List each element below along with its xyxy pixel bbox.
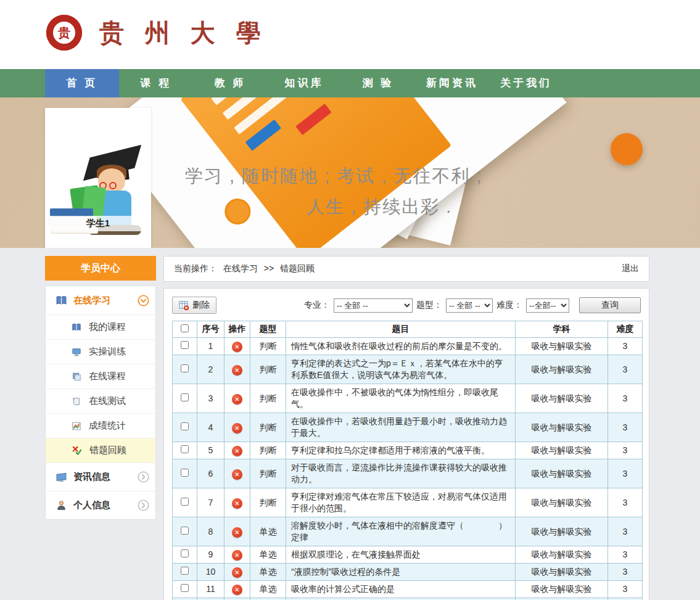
question-text: 根据双膜理论，在气液接触界面处 xyxy=(286,546,516,564)
nav-item[interactable]: 测 验 xyxy=(341,69,415,97)
chevron-right-circle-icon[interactable] xyxy=(138,471,149,483)
logout-link[interactable]: 退出 xyxy=(622,263,639,274)
major-select[interactable]: -- 全部 -- xyxy=(334,298,413,313)
nav-item[interactable]: 知识库 xyxy=(267,69,341,97)
sidebar: 学员中心 在线学习 我的课程 实操训练 在线课程 xyxy=(45,256,156,520)
sidebar-item-label: 实操训练 xyxy=(89,346,126,358)
row-number: 3 xyxy=(197,384,224,413)
question-type-select[interactable]: -- 全部 -- xyxy=(446,298,493,313)
row-number: 10 xyxy=(197,564,224,581)
row-checkbox[interactable] xyxy=(181,549,189,557)
page: 贵 贵 州 大 學 首 页 课 程 教 师 知识库 测 验 新闻资讯 关于我们 xyxy=(0,0,700,600)
row-checkbox[interactable] xyxy=(181,567,189,575)
delete-row-icon[interactable] xyxy=(232,567,242,578)
row-checkbox[interactable] xyxy=(181,364,189,372)
delete-row-icon[interactable] xyxy=(232,585,242,595)
sidebar-item-online-learning[interactable]: 在线学习 xyxy=(46,286,155,314)
filter-major-label: 专业： xyxy=(304,300,330,311)
breadcrumb-prefix: 当前操作： xyxy=(174,263,217,273)
sidebar-item-wrong-question-review[interactable]: 错题回顾 xyxy=(46,438,155,462)
row-checkbox[interactable] xyxy=(181,498,189,506)
delete-row-icon[interactable] xyxy=(232,469,242,480)
table-row: 7 判断 亨利定律对难溶气体在常压下较适应，对易溶气体仅适用于很小的范围。 吸收… xyxy=(173,488,643,517)
question-subject: 吸收与解吸实验 xyxy=(516,564,608,581)
question-subject: 吸收与解吸实验 xyxy=(516,598,608,600)
nav-item[interactable]: 教 师 xyxy=(193,69,267,97)
nav-item[interactable]: 首 页 xyxy=(45,69,119,97)
question-difficulty: 3 xyxy=(608,546,643,564)
breadcrumb: 当前操作： 在线学习 >> 错题回顾 退出 xyxy=(163,256,649,282)
row-number: 7 xyxy=(197,488,224,517)
delete-row-icon[interactable] xyxy=(232,527,242,538)
row-checkbox[interactable] xyxy=(181,469,189,477)
question-subject: 吸收与解吸实验 xyxy=(516,581,608,598)
sidebar-item-label: 在线学习 xyxy=(73,295,138,306)
select-all-checkbox[interactable] xyxy=(181,324,189,332)
main-nav: 首 页 课 程 教 师 知识库 测 验 新闻资讯 关于我们 xyxy=(0,69,700,97)
question-type: 判断 xyxy=(250,442,286,459)
nav-item[interactable]: 课 程 xyxy=(119,69,193,97)
sidebar-item-label: 个人信息 xyxy=(73,499,138,511)
book-icon xyxy=(72,323,81,332)
question-type: 判断 xyxy=(250,384,286,413)
chart-icon xyxy=(72,421,81,431)
nav-item[interactable]: 新闻资讯 xyxy=(415,69,489,97)
row-checkbox[interactable] xyxy=(181,393,189,401)
chevron-right-circle-icon[interactable] xyxy=(138,499,149,511)
table-row: 5 判断 亨利定律和拉乌尔定律都适用于稀溶液的气液平衡。 吸收与解吸实验 3 xyxy=(173,442,643,459)
question-text: 惰性气体和吸收剂在吸收过程的前后的摩尔量是不变的。 xyxy=(286,338,516,355)
seal-character: 贵 xyxy=(53,22,75,44)
delete-button[interactable]: 删除 xyxy=(172,297,216,314)
table-row: 1 判断 惰性气体和吸收剂在吸收过程的前后的摩尔量是不变的。 吸收与解吸实验 3 xyxy=(173,338,643,355)
sidebar-item-personal-info[interactable]: 个人信息 xyxy=(46,491,155,519)
sidebar-item-news-info[interactable]: 资讯信息 xyxy=(46,462,155,491)
sidebar-item-online-test[interactable]: 在线测试 xyxy=(46,388,155,413)
monitor-icon xyxy=(72,347,81,357)
question-difficulty: 3 xyxy=(608,355,643,384)
col-header-difficulty: 难度 xyxy=(608,321,643,338)
question-text: 亨利定律和拉乌尔定律都适用于稀溶液的气液平衡。 xyxy=(286,442,516,459)
question-difficulty: 3 xyxy=(608,517,643,546)
sidebar-item-score-statistics[interactable]: 成绩统计 xyxy=(46,413,155,438)
delete-row-icon[interactable] xyxy=(232,365,242,376)
university-name: 贵 州 大 學 xyxy=(99,16,267,50)
delete-row-icon[interactable] xyxy=(232,394,242,405)
delete-row-icon[interactable] xyxy=(232,550,242,561)
question-type: 判断 xyxy=(250,413,286,442)
delete-row-icon[interactable] xyxy=(232,423,242,434)
col-header-type: 题型 xyxy=(250,321,286,338)
delete-row-icon[interactable] xyxy=(232,498,242,509)
question-subject: 吸收与解吸实验 xyxy=(516,488,608,517)
question-difficulty: 3 xyxy=(608,488,643,517)
university-logo[interactable]: 贵 贵 州 大 學 xyxy=(46,15,267,51)
search-button[interactable]: 查询 xyxy=(579,297,641,313)
row-checkbox[interactable] xyxy=(181,584,189,592)
delete-row-icon[interactable] xyxy=(232,446,242,456)
breadcrumb-section[interactable]: 在线学习 xyxy=(223,263,258,273)
delete-row-icon[interactable] xyxy=(232,342,242,352)
question-text: 亨利定律对难溶气体在常压下较适应，对易溶气体仅适用于很小的范围。 xyxy=(286,488,516,517)
table-row: 6 判断 对于吸收而言，逆流操作比并流操作课获得较大的吸收推动力。 吸收与解吸实… xyxy=(173,459,643,488)
table-row: 2 判断 亨利定律的表达式之一为p＝Ｅｘ，若某气体在水中的亨利系数E值很大，说明… xyxy=(173,355,643,384)
student-card: 学生1 xyxy=(45,108,151,248)
row-checkbox[interactable] xyxy=(181,445,189,453)
table-row: 9 单选 根据双膜理论，在气液接触界面处 吸收与解吸实验 3 xyxy=(173,546,643,564)
table-header-row: 序号 操作 题型 题目 学科 难度 xyxy=(173,321,643,338)
row-checkbox[interactable] xyxy=(181,527,189,535)
nav-item[interactable]: 关于我们 xyxy=(489,69,563,97)
question-difficulty: 3 xyxy=(608,413,643,442)
sidebar-item-practice-training[interactable]: 实操训练 xyxy=(46,339,155,364)
row-checkbox[interactable] xyxy=(181,341,189,349)
difficulty-select[interactable]: --全部-- xyxy=(526,298,569,313)
sidebar-item-online-course[interactable]: 在线课程 xyxy=(46,364,155,388)
question-subject: 吸收与解吸实验 xyxy=(516,517,608,546)
question-type: 判断 xyxy=(250,355,286,384)
question-subject: 吸收与解吸实验 xyxy=(516,546,608,564)
row-checkbox[interactable] xyxy=(181,422,189,430)
question-type: 判断 xyxy=(250,459,286,488)
main-content: 当前操作： 在线学习 >> 错题回顾 退出 删除 专业： xyxy=(163,256,649,600)
chevron-down-circle-icon[interactable] xyxy=(138,295,149,306)
col-header-num: 序号 xyxy=(197,321,224,338)
sidebar-item-my-courses[interactable]: 我的课程 xyxy=(46,314,155,339)
scroll-icon xyxy=(72,397,81,406)
